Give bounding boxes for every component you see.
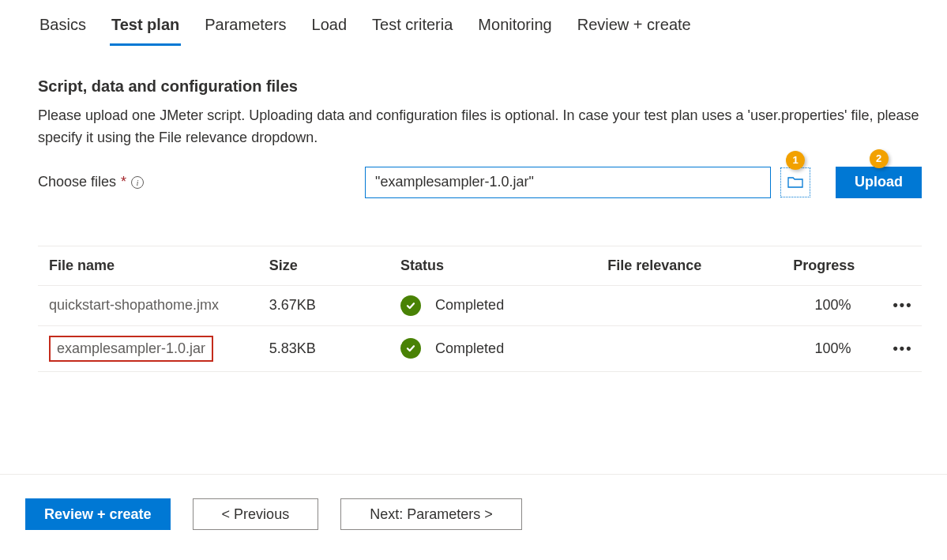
header-progress[interactable]: Progress — [782, 246, 881, 285]
choose-files-label: Choose files — [38, 174, 116, 190]
file-status-cell: Completed — [389, 285, 596, 325]
tab-parameters[interactable]: Parameters — [203, 16, 287, 46]
upload-button-label: Upload — [855, 174, 903, 190]
previous-button[interactable]: < Previous — [193, 498, 319, 530]
section-description: Please upload one JMeter script. Uploadi… — [38, 105, 922, 149]
callout-2: 2 — [870, 149, 889, 168]
table-row: quickstart-shopathome.jmx 3.67KB Complet… — [38, 285, 922, 325]
review-create-button[interactable]: Review + create — [25, 498, 171, 530]
row-more-button[interactable]: ••• — [881, 285, 922, 325]
browse-button[interactable]: 1 — [780, 167, 810, 197]
tab-test-criteria[interactable]: Test criteria — [370, 16, 454, 46]
file-status-cell: Completed — [389, 325, 596, 371]
file-size-cell: 3.67KB — [258, 285, 389, 325]
tab-basics[interactable]: Basics — [38, 16, 88, 46]
tabs-nav: Basics Test plan Parameters Load Test cr… — [38, 16, 922, 46]
tab-load[interactable]: Load — [310, 16, 349, 46]
next-button[interactable]: Next: Parameters > — [340, 498, 522, 530]
file-progress-cell: 100% — [782, 325, 881, 371]
tab-monitoring[interactable]: Monitoring — [476, 16, 553, 46]
choose-files-label-wrap: Choose files * i — [38, 174, 355, 190]
upload-button[interactable]: 2 Upload — [836, 167, 922, 198]
callout-1: 1 — [786, 151, 805, 170]
file-progress-cell: 100% — [782, 285, 881, 325]
file-size-cell: 5.83KB — [258, 325, 389, 371]
file-name-cell: quickstart-shopathome.jmx — [38, 285, 258, 325]
required-indicator: * — [121, 174, 126, 190]
status-label: Completed — [435, 297, 504, 314]
file-relevance-cell — [596, 325, 782, 371]
files-table: File name Size Status File relevance Pro… — [38, 246, 922, 372]
header-relevance[interactable]: File relevance — [596, 246, 782, 285]
row-more-button[interactable]: ••• — [881, 325, 922, 371]
choose-files-row: Choose files * i 1 2 Upload — [38, 167, 922, 198]
file-relevance-cell — [596, 285, 782, 325]
header-size[interactable]: Size — [258, 246, 389, 285]
status-label: Completed — [435, 340, 504, 357]
folder-icon — [787, 176, 803, 189]
header-status[interactable]: Status — [389, 246, 596, 285]
tab-review-create[interactable]: Review + create — [576, 16, 693, 46]
check-icon — [400, 295, 421, 316]
section-title: Script, data and configuration files — [38, 77, 922, 96]
table-row: examplesampler-1.0.jar 5.83KB Completed … — [38, 325, 922, 371]
highlighted-filename: examplesampler-1.0.jar — [49, 336, 213, 362]
header-filename[interactable]: File name — [38, 246, 258, 285]
file-name-cell: examplesampler-1.0.jar — [38, 325, 258, 371]
info-icon[interactable]: i — [131, 176, 144, 189]
check-icon — [400, 338, 421, 359]
file-input[interactable] — [365, 167, 771, 198]
tab-test-plan[interactable]: Test plan — [110, 16, 181, 46]
footer-bar: Review + create < Previous Next: Paramet… — [0, 474, 947, 554]
